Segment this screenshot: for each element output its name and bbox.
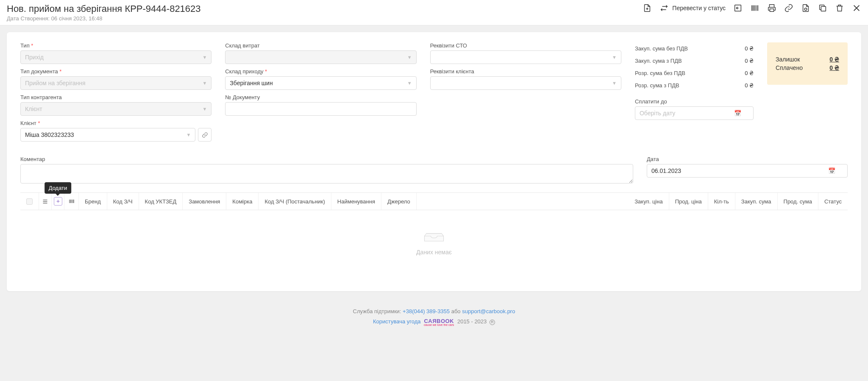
- page-header: Нов. прийом на зберігання КРР-9444-82162…: [0, 0, 868, 25]
- comment-label: Коментар: [20, 156, 633, 162]
- close-icon[interactable]: [852, 3, 861, 13]
- delete-icon[interactable]: [835, 3, 844, 13]
- add-tooltip: Додати: [45, 182, 72, 194]
- svg-point-2: [804, 8, 807, 11]
- date-input[interactable]: 06.01.2023📅: [647, 164, 848, 178]
- support-phone[interactable]: +38(044) 389-3355: [403, 308, 450, 314]
- status-col: Статус: [818, 193, 848, 210]
- empty-box-icon: [424, 227, 444, 242]
- sell-price-col: Прод. ціна: [669, 193, 708, 210]
- status-label: Перевести у статус: [672, 5, 726, 11]
- sell-sum-col: Прод. сума: [778, 193, 818, 210]
- form-card: Тип * Прихід▼ Тип документа * Прийом на …: [7, 32, 861, 291]
- buy-price-col: Закуп. ціна: [417, 193, 669, 210]
- brand-col: Бренд: [79, 193, 107, 210]
- save-doc-icon[interactable]: [801, 3, 810, 13]
- client-select[interactable]: Міша 3802323233▼: [20, 128, 195, 142]
- pay-until-label: Сплатити до: [635, 98, 754, 105]
- buy-vat-value: 0 ₴: [745, 58, 754, 64]
- buy-no-vat-label: Закуп. сума без ПДВ: [635, 45, 688, 52]
- select-all-checkbox[interactable]: [26, 198, 33, 205]
- new-doc-icon[interactable]: [643, 3, 652, 13]
- date-label: Дата: [647, 156, 848, 162]
- buy-sum-col: Закуп. сума: [735, 193, 778, 210]
- doc-type-label: Тип документа *: [20, 68, 211, 75]
- menu-icon[interactable]: [39, 193, 52, 210]
- paid-label: Сплачено: [776, 64, 803, 71]
- counterparty-type-label: Тип контрагента: [20, 94, 211, 100]
- link-icon[interactable]: [784, 3, 793, 13]
- remainder-label: Залишок: [776, 56, 800, 63]
- uktzed-col: Код УКТЗЕД: [139, 193, 183, 210]
- sell-vat-value: 0 ₴: [745, 82, 754, 89]
- income-wh-select[interactable]: Зберігання шин▼: [225, 76, 416, 90]
- registered-icon: R: [490, 320, 495, 325]
- cell-col: Комірка: [226, 193, 259, 210]
- expense-wh-select[interactable]: ▼: [225, 50, 416, 64]
- import-icon[interactable]: [733, 3, 743, 13]
- agreement-link[interactable]: Користувача угода: [373, 318, 420, 325]
- support-email[interactable]: support@carbook.pro: [462, 308, 515, 314]
- req-sto-select[interactable]: ▼: [430, 50, 621, 64]
- name-col: Найменування: [331, 193, 381, 210]
- remainder-value[interactable]: 0 ₴: [829, 56, 839, 63]
- svg-rect-3: [821, 6, 826, 11]
- calendar-icon: 📅: [828, 167, 835, 174]
- req-client-label: Реквізити клієнта: [430, 68, 621, 75]
- barcode-col-icon[interactable]: [64, 193, 79, 210]
- svg-rect-1: [770, 9, 773, 11]
- sell-vat-label: Розр. сума з ПДВ: [635, 82, 679, 89]
- doc-no-input[interactable]: [225, 102, 416, 116]
- brand-logo: CAЯBOOKcause we love the cars: [424, 318, 454, 326]
- sell-no-vat-label: Розр. сума без ПДВ: [635, 70, 685, 76]
- paid-value[interactable]: 0 ₴: [829, 64, 839, 71]
- empty-state: Даних немає: [20, 210, 848, 281]
- copy-icon[interactable]: [818, 3, 827, 13]
- buy-vat-label: Закуп. сума з ПДВ: [635, 58, 682, 64]
- supplier-code-col: Код З/Ч (Постачальник): [259, 193, 331, 210]
- balance-box: Залишок0 ₴ Сплачено0 ₴: [767, 42, 848, 85]
- type-select[interactable]: Прихід▼: [20, 50, 211, 64]
- comment-input[interactable]: [20, 164, 633, 184]
- income-wh-label: Склад приходу *: [225, 68, 416, 75]
- barcode-icon[interactable]: [750, 3, 760, 13]
- doc-type-select[interactable]: Прийом на зберігання▼: [20, 76, 211, 90]
- counterparty-type-select[interactable]: Клієнт▼: [20, 102, 211, 116]
- transfer-status-icon[interactable]: [659, 3, 669, 13]
- req-client-select[interactable]: ▼: [430, 76, 621, 90]
- client-label: Клієнт *: [20, 120, 211, 126]
- print-icon[interactable]: [767, 3, 776, 13]
- page-footer: Служба підтримки: +38(044) 389-3355 або …: [0, 298, 868, 340]
- req-sto-label: Реквізити СТО: [430, 42, 621, 49]
- items-table: Додати Бренд Код З/Ч Код УКТЗЕД Замовлен…: [20, 192, 848, 281]
- page-title: Нов. прийом на зберігання КРР-9444-82162…: [7, 3, 201, 14]
- add-row-button[interactable]: [54, 197, 62, 206]
- qty-col: Кіл-ть: [708, 193, 735, 210]
- buy-no-vat-value: 0 ₴: [745, 45, 754, 52]
- client-link-button[interactable]: [198, 128, 211, 142]
- pay-until-input[interactable]: Оберіть дату📅: [635, 106, 754, 120]
- code-col: Код З/Ч: [107, 193, 139, 210]
- expense-wh-label: Склад витрат: [225, 42, 416, 49]
- sell-no-vat-value: 0 ₴: [745, 70, 754, 76]
- type-label: Тип *: [20, 42, 211, 49]
- doc-no-label: № Документу: [225, 94, 416, 100]
- calendar-icon: 📅: [734, 110, 741, 117]
- order-col: Замовлення: [183, 193, 226, 210]
- source-col: Джерело: [381, 193, 417, 210]
- page-meta: Дата Створення: 06 січня 2023, 16:48: [7, 15, 201, 22]
